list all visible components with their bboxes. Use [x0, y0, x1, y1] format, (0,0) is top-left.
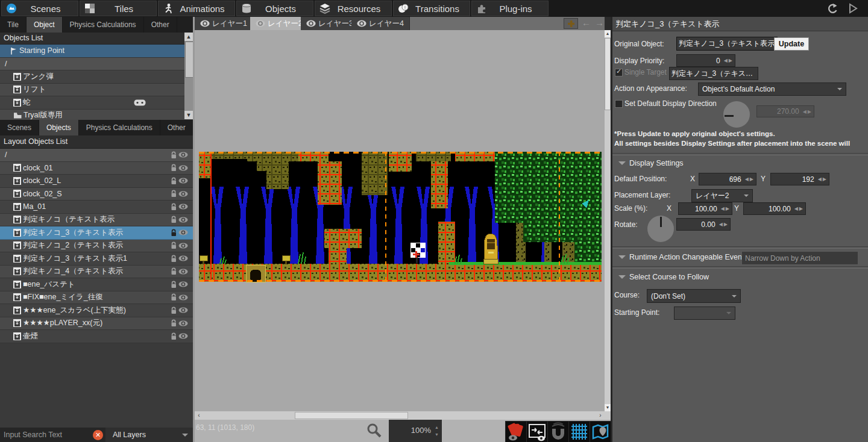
zoom-level-control[interactable]: 100% ▲ ▼	[389, 420, 442, 442]
lock-icon[interactable]	[171, 229, 177, 237]
scene-canvas[interactable]	[195, 30, 605, 411]
eye-icon[interactable]	[178, 204, 188, 210]
scroll-right-icon[interactable]: ›	[596, 411, 605, 420]
lock-icon[interactable]	[171, 332, 177, 340]
tab-physics-sub[interactable]: Physics Calculations	[79, 120, 160, 135]
action-on-appearance-dropdown[interactable]: Object's Default Action	[698, 82, 846, 96]
scale-y-field[interactable]: 100.00◀▶	[743, 202, 806, 215]
add-layer-button[interactable]	[564, 18, 578, 29]
layer-tab-3[interactable]: レイヤー3	[301, 17, 359, 30]
scroll-up-icon[interactable]: ▲	[605, 30, 611, 37]
list-item[interactable]: Tryal版専用	[0, 110, 193, 120]
spinner-right-icon[interactable]: ▶	[725, 206, 730, 211]
layout-row[interactable]: ■ene_バステト	[0, 278, 193, 291]
objects-list-scrollbar[interactable]: ▲ ▼	[184, 33, 193, 119]
list-item[interactable]: リフト	[0, 84, 193, 97]
canvas-hscrollbar[interactable]: ‹ ›	[195, 411, 605, 420]
lock-icon[interactable]	[171, 151, 177, 159]
snap-to-object-button[interactable]	[526, 421, 548, 442]
layout-row[interactable]: ■FIX■ene_ミイラ_往復	[0, 291, 193, 305]
eye-icon[interactable]	[178, 255, 188, 261]
layout-row[interactable]: 判定キノコ_2（テキスト表示	[0, 240, 193, 253]
display-priority-field[interactable]: 0◀▶	[676, 54, 735, 67]
eye-icon[interactable]	[178, 217, 188, 223]
list-item-root[interactable]: /	[0, 58, 193, 71]
tab-physics[interactable]: Physics Calculations	[63, 17, 144, 33]
eye-icon[interactable]	[178, 229, 188, 235]
eye-icon[interactable]	[178, 294, 188, 300]
tab-objects-sub[interactable]: Objects	[39, 120, 79, 135]
play-icon[interactable]	[848, 2, 858, 17]
tab-scenes[interactable]: Scenes	[1, 1, 78, 16]
eye-icon[interactable]	[178, 152, 188, 158]
list-item[interactable]: アンク弾	[0, 70, 193, 84]
lock-icon[interactable]	[171, 255, 177, 263]
search-input[interactable]	[0, 428, 84, 441]
position-y-field[interactable]: 192◀▶	[770, 173, 829, 185]
eye-icon[interactable]	[178, 165, 188, 171]
layout-row-root[interactable]: /	[0, 149, 193, 162]
lock-icon[interactable]	[171, 241, 177, 249]
tab-tiles[interactable]: Tiles	[80, 1, 157, 16]
lock-icon[interactable]	[171, 216, 177, 223]
tab-transitions[interactable]: Transitions	[393, 1, 470, 16]
single-target-checkbox[interactable]: ✓	[615, 69, 623, 76]
layer-eye-icon[interactable]	[200, 20, 210, 27]
clear-search-icon[interactable]: ✕	[93, 430, 103, 440]
layout-row[interactable]: clock_02_S	[0, 188, 193, 201]
update-button[interactable]: Update	[774, 37, 809, 51]
layout-row[interactable]: clock_02_L	[0, 175, 193, 188]
rotate-knob[interactable]	[647, 216, 674, 242]
lock-icon[interactable]	[171, 293, 177, 301]
spinner-left-icon[interactable]: ◀	[817, 176, 822, 182]
direction-knob[interactable]	[723, 101, 750, 128]
original-object-value[interactable]: 判定キノコ_3（テキスト表示	[676, 37, 778, 51]
spinner-left-icon[interactable]: ◀	[719, 222, 723, 227]
scrollbar-thumb[interactable]	[185, 42, 193, 78]
eye-icon[interactable]	[178, 333, 188, 339]
eye-icon[interactable]	[178, 191, 188, 197]
course-dropdown[interactable]: (Don't Set)	[647, 289, 741, 303]
undo-icon[interactable]	[827, 3, 838, 16]
layout-row[interactable]: 判定キノコ（テキスト表示	[0, 214, 193, 227]
scroll-up-icon[interactable]: ▲	[184, 33, 193, 41]
spinner-right-icon[interactable]: ▶	[822, 176, 827, 182]
minimap-button[interactable]	[590, 421, 611, 442]
lock-icon[interactable]	[171, 281, 177, 288]
eye-icon[interactable]	[178, 269, 188, 275]
set-default-direction-checkbox[interactable]	[615, 100, 623, 108]
lock-icon[interactable]	[171, 190, 177, 198]
spinner-right-icon[interactable]: ▶	[799, 206, 804, 211]
zoom-level-value[interactable]: 100%	[389, 426, 431, 435]
tab-other[interactable]: Other	[144, 17, 177, 33]
spinner-left-icon[interactable]: ◀	[794, 206, 799, 211]
tab-animations[interactable]: Animations	[158, 1, 235, 16]
position-x-field[interactable]: 696◀▶	[699, 173, 756, 185]
placement-layer-dropdown[interactable]: レイヤー2	[691, 189, 753, 202]
collapse-triangle-icon[interactable]	[618, 275, 626, 282]
layer-eye-icon[interactable]	[256, 20, 265, 27]
scrollbar-thumb[interactable]	[295, 412, 408, 419]
eye-icon[interactable]	[178, 281, 188, 287]
layer-tab-1[interactable]: レイヤー1	[195, 17, 253, 30]
magnet-snap-button[interactable]	[547, 421, 569, 442]
eye-icon[interactable]	[178, 320, 188, 326]
collapse-triangle-icon[interactable]	[618, 255, 626, 263]
rotate-value-field[interactable]: 0.00◀▶	[676, 218, 731, 231]
scroll-down-icon[interactable]: ▼	[184, 111, 193, 119]
list-item[interactable]: 蛇	[0, 96, 193, 110]
lock-icon[interactable]	[171, 267, 177, 275]
spinner-left-icon[interactable]: ◀	[720, 206, 725, 211]
spinner-left-icon[interactable]: ◀	[723, 58, 728, 63]
narrow-by-action-input[interactable]	[741, 251, 858, 265]
tab-object[interactable]: Object	[27, 17, 63, 33]
spinner-right-icon[interactable]: ▶	[723, 222, 728, 227]
tab-objects[interactable]: Objects	[236, 1, 313, 16]
lock-icon[interactable]	[171, 177, 177, 185]
zoom-up-icon[interactable]: ▲	[435, 425, 439, 429]
tab-tile[interactable]: Tile	[0, 17, 27, 33]
list-item-starting-point[interactable]: Starting Point	[0, 45, 193, 58]
layout-row-selected[interactable]: 判定キノコ_3（テキスト表示	[0, 226, 193, 240]
lock-icon[interactable]	[171, 319, 177, 327]
scroll-down-icon[interactable]: ▼	[605, 404, 611, 411]
